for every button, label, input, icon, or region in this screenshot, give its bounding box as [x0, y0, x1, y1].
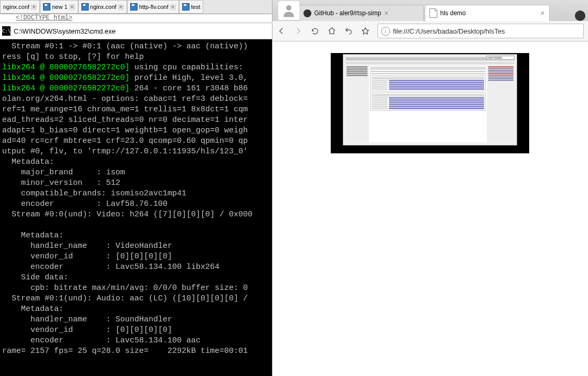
terminal-output[interactable]: Stream #0:1 -> #0:1 (aac (native) -> aac… — [0, 39, 272, 376]
editor-tab-nginx-conf-1[interactable]: nginx.conf× — [0, 0, 40, 14]
tab-title: GitHub - aler9/rtsp-simp — [314, 9, 381, 17]
svg-point-0 — [286, 5, 291, 11]
editor-tab-bar: nginx.conf× new 1× nginx.conf× http-flv.… — [0, 0, 272, 14]
editor-tab-nginx-conf-2[interactable]: nginx.conf× — [78, 0, 127, 14]
undo-button[interactable] — [344, 26, 353, 36]
browser-tab-hls-demo[interactable]: hls demo × — [425, 5, 550, 21]
browser-tab-github[interactable]: GitHub - aler9/rtsp-simp × — [299, 5, 424, 21]
profile-avatar[interactable] — [278, 1, 299, 20]
floppy-icon — [130, 3, 138, 11]
video-frame-content: 1464793955 — [343, 54, 517, 145]
close-icon[interactable]: × — [118, 4, 124, 10]
reload-button[interactable] — [310, 26, 320, 36]
document-icon — [429, 8, 437, 18]
browser-panel: GitHub - aler9/rtsp-simp × hls demo × i … — [272, 0, 588, 376]
page-viewport: 1464793955 — [272, 41, 588, 376]
forward-button[interactable] — [293, 26, 303, 36]
close-icon[interactable]: × — [540, 9, 544, 17]
cmd-window-titlebar[interactable]: C:\ C:\WINDOWS\system32\cmd.exe — [0, 23, 272, 39]
close-icon[interactable]: × — [170, 4, 176, 10]
favorite-button[interactable] — [361, 26, 370, 36]
github-shortcut-icon[interactable] — [575, 11, 585, 21]
back-button[interactable] — [277, 26, 286, 36]
video-player[interactable]: 1464793955 — [331, 53, 529, 153]
editor-tab-http-flv[interactable]: http-flv.conf× — [127, 0, 179, 14]
tab-label: test — [191, 4, 201, 10]
editor-tab-test[interactable]: test — [179, 0, 204, 14]
info-icon[interactable]: i — [381, 27, 390, 36]
cmd-title-text: C:\WINDOWS\system32\cmd.exe — [14, 27, 116, 35]
close-icon[interactable]: × — [384, 9, 388, 17]
browser-toolbar: i file:///C:/Users/badao/Desktop/hlsTes — [272, 21, 588, 41]
person-icon — [281, 3, 297, 18]
floppy-icon — [182, 3, 190, 11]
close-icon[interactable]: × — [69, 4, 75, 10]
github-icon — [303, 9, 311, 17]
floppy-icon — [43, 3, 50, 11]
tab-label: http-flv.conf — [139, 4, 169, 10]
editor-and-terminal-panel: nginx.conf× new 1× nginx.conf× http-flv.… — [0, 0, 272, 376]
editor-tab-new-1[interactable]: new 1× — [40, 0, 78, 14]
home-button[interactable] — [327, 26, 337, 36]
cmd-icon: C:\ — [2, 26, 10, 36]
browser-tab-strip: GitHub - aler9/rtsp-simp × hls demo × — [272, 0, 588, 21]
editor-doctype-line[interactable]: <!DOCTYPE html> — [0, 14, 272, 23]
tab-title: hls demo — [440, 9, 466, 17]
tab-label: new 1 — [52, 4, 67, 10]
address-bar[interactable]: i file:///C:/Users/badao/Desktop/hlsTes — [377, 24, 584, 38]
floppy-icon — [81, 3, 89, 11]
tab-label: nginx.conf — [90, 4, 117, 10]
close-icon[interactable]: × — [31, 4, 37, 10]
video-search-field: 1464793955 — [486, 56, 514, 60]
url-text: file:///C:/Users/badao/Desktop/hlsTes — [393, 27, 505, 35]
tab-label: nginx.conf — [3, 4, 29, 10]
